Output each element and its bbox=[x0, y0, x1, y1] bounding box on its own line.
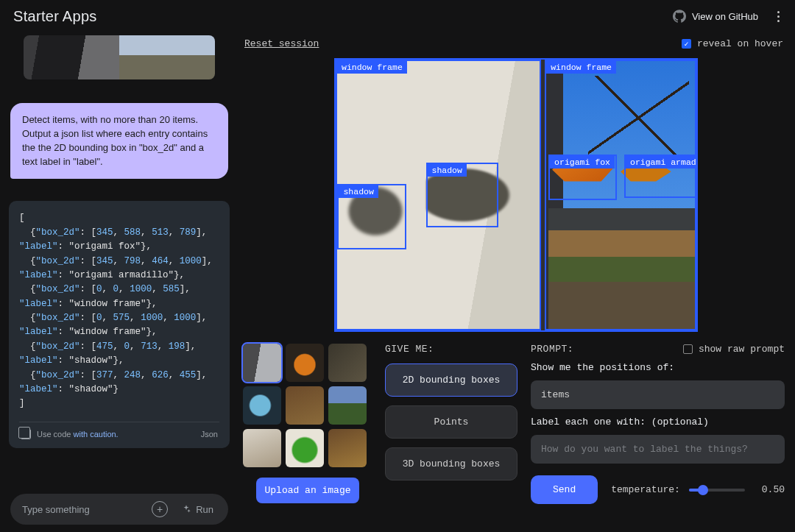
bbox-label: window frame bbox=[546, 61, 616, 74]
brand-title: Starter Apps bbox=[13, 8, 97, 25]
bounding-box[interactable]: shadow bbox=[337, 184, 406, 249]
show-raw-prompt-toggle[interactable]: show raw prompt bbox=[683, 344, 785, 355]
view-on-github-link[interactable]: View on GitHub bbox=[673, 10, 758, 23]
upload-image-button[interactable]: Upload an image bbox=[256, 478, 359, 503]
copy-icon[interactable] bbox=[21, 429, 31, 439]
thumb-6[interactable] bbox=[328, 386, 367, 425]
chat-panel: Detect items, with no more than 20 items… bbox=[0, 32, 237, 532]
reset-session-link[interactable]: Reset session bbox=[244, 38, 319, 49]
bbox-label: shadow bbox=[428, 164, 467, 177]
temperature-slider[interactable] bbox=[689, 489, 745, 492]
header-actions: View on GitHub bbox=[673, 10, 785, 23]
overflow-menu-button[interactable] bbox=[771, 11, 785, 22]
reveal-on-hover-toggle[interactable]: ✓ reveal on hover bbox=[682, 38, 783, 49]
temperature-control: temperature: 0.50 bbox=[611, 484, 785, 495]
temperature-label: temperature: bbox=[611, 484, 680, 495]
response-code-block: [ {"box_2d": [345, 588, 513, 789], "labe… bbox=[9, 201, 230, 447]
mode-3d-bbox[interactable]: 3D bounding boxes bbox=[385, 447, 517, 480]
thumb-8[interactable] bbox=[286, 429, 324, 467]
run-button[interactable]: Run bbox=[172, 500, 222, 519]
thumb-3[interactable] bbox=[328, 344, 367, 382]
chat-image-thumbnail[interactable] bbox=[24, 35, 215, 79]
bounding-box[interactable]: origami fox bbox=[548, 155, 617, 201]
thumb-2[interactable] bbox=[286, 344, 324, 382]
sparkle-icon bbox=[181, 504, 191, 514]
bbox-label: origami fox bbox=[550, 156, 615, 169]
example-thumbnails: Upload an image bbox=[243, 344, 372, 503]
label-input[interactable]: How do you want to label the things? bbox=[531, 435, 785, 464]
prompt-panel: PROMPT: show raw prompt Show me the posi… bbox=[531, 344, 785, 504]
github-label: View on GitHub bbox=[692, 11, 758, 22]
github-icon bbox=[673, 10, 686, 23]
items-input[interactable]: items bbox=[531, 380, 785, 409]
prompt-label: PROMPT: bbox=[531, 344, 573, 355]
user-prompt-bubble: Detect items, with no more than 20 items… bbox=[10, 103, 228, 179]
bbox-label: window frame bbox=[337, 61, 407, 74]
code-caution-link[interactable]: with caution. bbox=[74, 430, 119, 439]
code-caution-text: Use code with caution. bbox=[37, 428, 119, 441]
temperature-value: 0.50 bbox=[754, 484, 785, 495]
reveal-checkbox[interactable]: ✓ bbox=[682, 39, 691, 49]
thumb-5[interactable] bbox=[286, 386, 324, 425]
header: Starter Apps View on GitHub bbox=[0, 0, 795, 32]
mode-selector: GIVE ME: 2D bounding boxes Points 3D bou… bbox=[385, 344, 517, 480]
prompt-line-2: Label each one with: (optional) bbox=[531, 416, 785, 428]
chat-composer[interactable]: Type something + Run bbox=[10, 494, 228, 525]
code-language-label: Json bbox=[201, 428, 218, 441]
send-button[interactable]: Send bbox=[531, 475, 598, 504]
thumb-1[interactable] bbox=[243, 344, 281, 382]
bbox-label: origami armadillo bbox=[626, 156, 698, 169]
prompt-line-1: Show me the positions of: bbox=[531, 362, 785, 373]
mode-points[interactable]: Points bbox=[385, 405, 517, 439]
give-me-label: GIVE ME: bbox=[385, 344, 517, 355]
add-attachment-button[interactable]: + bbox=[152, 501, 168, 517]
thumb-4[interactable] bbox=[243, 386, 281, 425]
composer-placeholder: Type something bbox=[22, 504, 152, 515]
workspace-panel: Reset session ✓ reveal on hover window f… bbox=[237, 32, 795, 532]
bounding-box[interactable]: origami armadillo bbox=[624, 155, 696, 198]
raw-prompt-checkbox[interactable] bbox=[683, 344, 693, 354]
mode-2d-bbox[interactable]: 2D bounding boxes bbox=[385, 363, 517, 397]
bbox-label: shadow bbox=[339, 185, 378, 198]
thumb-7[interactable] bbox=[243, 429, 281, 467]
thumb-9[interactable] bbox=[328, 429, 367, 467]
image-canvas[interactable]: window framewindow frameorigami foxoriga… bbox=[334, 58, 698, 332]
bounding-box[interactable]: shadow bbox=[426, 163, 498, 227]
